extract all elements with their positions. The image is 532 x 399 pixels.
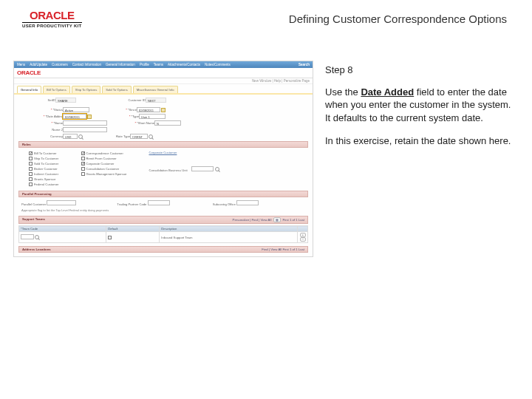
team-code-field[interactable]: [21, 234, 34, 239]
type-field[interactable]: User 1: [139, 114, 166, 119]
rate-field[interactable]: CRRNT: [130, 134, 148, 139]
date-added-field[interactable]: 02/08/2011: [63, 114, 86, 119]
checkbox-icon[interactable]: [81, 157, 85, 160]
th-description: Description: [160, 226, 297, 232]
page-title: Defining Customer Correspondence Options: [97, 13, 510, 25]
checkbox-icon[interactable]: [29, 172, 33, 176]
support-teams-section: Support Teams Personalize | Find | View …: [18, 216, 308, 224]
tab-general-info[interactable]: General Info: [17, 86, 41, 93]
parallel-note: Appropriate flag to list the Top Level F…: [18, 208, 308, 214]
teams-nav-links[interactable]: Personalize | Find | View All: [233, 218, 272, 222]
app-top-nav: Menu Add/Update Customers Contact Inform…: [14, 61, 313, 68]
teams-first-last[interactable]: First 1 of 1 Last: [282, 218, 304, 222]
oracle-wordmark: ORACLE: [30, 9, 74, 21]
delete-row-icon[interactable]: −: [300, 237, 306, 242]
upk-label: USER PRODUCTIVITY KIT: [22, 22, 82, 28]
checkbox-icon[interactable]: [81, 172, 85, 176]
calendar-icon[interactable]: [87, 115, 92, 119]
roles-section: Roles: [18, 141, 308, 148]
nav-item[interactable]: Menu: [17, 63, 25, 66]
instruction-paragraph-1: Use the Date Added field to enter the da…: [325, 86, 519, 125]
th-default: Default: [106, 226, 160, 232]
checkbox-icon[interactable]: [29, 183, 33, 186]
brand-logo: ORACLE USER PRODUCTIVITY KIT: [22, 9, 82, 28]
th-team-code: *Team Code: [19, 226, 106, 232]
parallel-cust-label: Parallel Customer: [21, 202, 46, 206]
shortname-label: *Short Name: [137, 121, 154, 125]
parallel-section: Parallel Processing: [18, 191, 308, 197]
corporate-customer-link[interactable]: Corporate Customer: [149, 151, 219, 154]
tab-strip: General Info Bill To Options Ship To Opt…: [14, 84, 313, 95]
instruction-paragraph-2: In this exercise, retain the date shown …: [325, 134, 519, 148]
checkbox-icon[interactable]: [81, 162, 85, 166]
rate-label: Rate Type: [90, 134, 130, 138]
lookup-icon[interactable]: [35, 235, 39, 239]
checkbox-icon[interactable]: [29, 167, 33, 171]
nav-item[interactable]: Add/Update: [30, 63, 47, 66]
type-label: *Type: [131, 115, 139, 118]
instruction-pane: Step 8 Use the Date Added field to enter…: [325, 61, 519, 257]
calendar-icon[interactable]: [161, 108, 166, 112]
address-section: Address Locations Find | View All First …: [18, 246, 308, 253]
tab-bill-to[interactable]: Bill To Options: [43, 86, 70, 93]
status-field[interactable]: Active: [63, 107, 89, 112]
lookup-icon[interactable]: [78, 134, 83, 139]
roles-right: Correspondence Customer Remit From Custo…: [81, 151, 127, 187]
nav-item[interactable]: Profile: [140, 63, 149, 66]
table-row: Inbound Support Team +−: [19, 232, 308, 243]
nav-item-search[interactable]: Search: [299, 63, 310, 66]
tab-ship-to[interactable]: Ship To Options: [72, 86, 101, 93]
nav-item[interactable]: Contact Information: [72, 63, 101, 66]
parallel-cust-field[interactable]: [47, 200, 76, 205]
support-teams-table: *Team Code Default Description Inbound S…: [18, 225, 308, 243]
name1-label: *Name: [53, 121, 63, 125]
currency-field[interactable]: USD: [63, 134, 78, 139]
trading-partner-label: Trading Partner Code: [117, 202, 146, 206]
currency-label: Currency: [18, 134, 63, 138]
step-label: Step 8: [325, 64, 519, 77]
checkbox-icon[interactable]: [81, 167, 85, 171]
consol-bu-field[interactable]: [191, 166, 214, 171]
checkbox-icon[interactable]: [29, 157, 33, 160]
tab-sold-to[interactable]: Sold To Options: [102, 86, 132, 93]
checkbox-icon[interactable]: [81, 151, 85, 155]
lookup-icon[interactable]: [215, 167, 219, 171]
roles-left: Bill To Customer Ship To Customer Sold T…: [29, 151, 59, 187]
shortname-field[interactable]: N: [154, 120, 181, 126]
date-added-emphasis: Date Added: [361, 86, 414, 98]
checkbox-icon[interactable]: [29, 151, 33, 155]
trading-partner-field[interactable]: [148, 200, 170, 205]
nav-item[interactable]: Customers: [52, 63, 68, 66]
nav-item[interactable]: Notes/Comments: [205, 63, 231, 66]
tab-misc[interactable]: Miscellaneous General Info: [133, 86, 178, 93]
nav-item[interactable]: Attachments/Contacts: [168, 63, 200, 66]
name2-field[interactable]: [63, 127, 107, 132]
grid-icon[interactable]: ▦: [273, 217, 281, 222]
name1-field[interactable]: [63, 120, 107, 126]
consol-bu-label: Consolidation Business Unit: [149, 168, 187, 172]
date-added-label: *Date Added: [45, 115, 63, 118]
lookup-icon[interactable]: [149, 134, 153, 139]
checkbox-icon[interactable]: [29, 177, 33, 181]
name2-label: Name 2: [18, 128, 63, 132]
checkbox-icon[interactable]: [108, 236, 112, 239]
checkbox-icon[interactable]: [29, 162, 33, 166]
address-nav[interactable]: Find | View All First 1 of 1 Last: [262, 248, 304, 251]
user-links[interactable]: New Window | Help | Personalize Page: [14, 78, 313, 84]
status-label: *Status: [52, 108, 63, 112]
app-screenshot: Menu Add/Update Customers Contact Inform…: [13, 61, 313, 257]
since-field[interactable]: 02/08/2011: [137, 107, 160, 112]
subcontrg-label: Subcontrg Office: [213, 202, 236, 206]
nav-item[interactable]: General Information: [106, 63, 135, 66]
subcontrg-field[interactable]: [236, 200, 259, 205]
setid-label: SetID: [18, 98, 55, 102]
team-description: Inbound Support Team: [160, 232, 297, 243]
app-sub-header: ORACLE: [14, 68, 313, 78]
inner-oracle-logo: ORACLE: [17, 69, 41, 76]
custid-label: Customer ID: [94, 98, 146, 102]
roles-links: Corporate Customer Consolidation Busines…: [149, 151, 219, 187]
custid-field: NEXT: [146, 98, 166, 103]
nav-item[interactable]: Teams: [154, 63, 163, 66]
since-label: *Since: [128, 108, 137, 112]
setid-field: SHARE: [55, 98, 76, 103]
